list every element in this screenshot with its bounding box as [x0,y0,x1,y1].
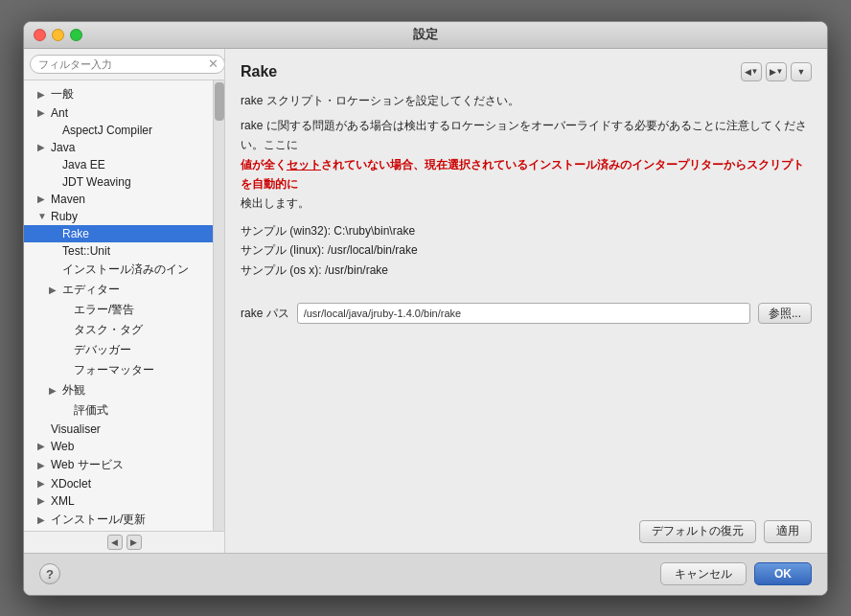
sidebar-item-editor[interactable]: ▶エディター [24,280,213,300]
tree-arrow-icon: ▶ [37,514,49,525]
sidebar-item-label: Java [51,141,75,154]
sidebar-item-install[interactable]: ▶インストール/更新 [24,510,213,530]
sidebar-item-tasktag[interactable]: タスク・タグ [24,320,213,340]
tree-arrow-icon: ▶ [37,194,49,204]
sidebar-item-label: デバッガー [74,342,131,358]
forward-dropdown-icon: ▼ [776,67,784,76]
bottom-buttons-row: デフォルトの復元 適用 [241,520,812,543]
nav-dropdown-button[interactable]: ▼ [791,62,812,81]
filter-clear-icon[interactable]: ✕ [208,57,218,71]
sample-osx: サンプル (os x): /usr/bin/rake [241,261,812,280]
sidebar-scroll-arrows: ◀ ▶ [24,531,224,553]
sidebar-item-label: JDT Weaving [62,175,131,189]
sidebar-item-appearance[interactable]: ▶外観 [24,380,213,400]
filter-input[interactable] [30,55,225,74]
tree-arrow-icon: ▶ [49,285,60,295]
settings-window: 設定 ✕ ▶一般▶AntAspectJ Compiler▶JavaJava EE… [23,21,828,596]
sidebar-item-label: Java EE [62,158,105,171]
window-title: 設定 [413,26,438,43]
browse-button[interactable]: 参照... [758,303,812,324]
sidebar-item-aspectj[interactable]: AspectJ Compiler [24,122,213,139]
sidebar-item-rake[interactable]: Rake [24,225,213,242]
window-controls [34,29,82,41]
dropdown-icon: ▼ [797,67,806,77]
sidebar-item-label: エディター [62,282,120,298]
help-button[interactable]: ? [39,563,60,584]
filter-bar: ✕ [24,49,224,80]
sample-linux: サンプル (linux): /usr/local/bin/rake [241,240,812,260]
back-icon: ◀ [745,67,751,77]
sidebar-item-visualiser[interactable]: Visualiser [24,421,213,438]
sidebar-item-label: Rake [62,227,89,240]
sidebar-item-label: XDoclet [51,477,91,491]
sidebar-scrollbar[interactable] [213,80,224,531]
back-button[interactable]: ◀ ▼ [741,62,762,81]
tree-arrow-icon: ▶ [37,89,49,100]
sidebar-item-javaee[interactable]: Java EE [24,156,213,173]
main-content: ✕ ▶一般▶AntAspectJ Compiler▶JavaJava EEJDT… [24,49,827,553]
sidebar-tree: ▶一般▶AntAspectJ Compiler▶JavaJava EEJDT W… [24,80,213,531]
restore-defaults-button[interactable]: デフォルトの復元 [639,520,756,543]
tree-arrow-icon: ▼ [37,211,49,221]
sidebar-item-errwarning[interactable]: エラー/警告 [24,300,213,320]
cancel-button[interactable]: キャンセル [660,562,747,585]
sidebar-item-maven[interactable]: ▶Maven [24,191,213,208]
description-area: rake スクリプト・ロケーションを設定してください。 rake に関する問題が… [241,91,812,281]
sidebar-item-ruby[interactable]: ▼Ruby [24,208,213,225]
ok-button[interactable]: OK [754,562,812,585]
forward-button[interactable]: ▶ ▼ [766,62,787,81]
sidebar-item-java[interactable]: ▶Java [24,139,213,156]
sidebar-item-general[interactable]: ▶一般 [24,84,213,104]
panel-header: Rake ◀ ▼ ▶ ▼ ▼ [241,62,812,81]
close-button[interactable] [34,29,46,41]
nav-buttons: ◀ ▼ ▶ ▼ ▼ [741,62,812,81]
apply-button[interactable]: 適用 [764,520,812,543]
desc-line1: rake スクリプト・ロケーションを設定してください。 [241,91,812,110]
rake-path-input[interactable] [297,303,750,324]
desc-line2: rake に関する問題がある場合は検出するロケーションをオーバーライドする必要が… [241,116,812,155]
sidebar-item-testunit[interactable]: Test::Unit [24,242,213,260]
sidebar-scroll-container: ▶一般▶AntAspectJ Compiler▶JavaJava EEJDT W… [24,80,224,531]
sidebar-item-label: タスク・タグ [74,322,143,338]
sidebar-item-label: Ruby [51,210,78,223]
tree-arrow-icon: ▶ [37,142,49,152]
sidebar-item-label: インストール/更新 [51,512,146,528]
scroll-right-button[interactable]: ▶ [126,535,142,550]
sidebar-item-xml[interactable]: ▶XML [24,492,213,510]
sidebar: ✕ ▶一般▶AntAspectJ Compiler▶JavaJava EEJDT… [24,49,225,553]
sidebar-item-ant[interactable]: ▶Ant [24,104,213,122]
sidebar-item-label: Maven [51,193,85,206]
sidebar-item-webservice[interactable]: ▶Web サービス [24,455,213,475]
sidebar-item-label: エラー/警告 [74,302,134,318]
sidebar-item-eval[interactable]: 評価式 [24,400,213,421]
sidebar-item-jdtweaving[interactable]: JDT Weaving [24,173,213,191]
desc-line3: 値が全くセットされていない場合、現在選択されているインストール済みのインタープリ… [241,155,812,194]
sidebar-item-label: Web [51,440,74,453]
sidebar-item-label: XML [51,494,75,508]
sidebar-item-label: 外観 [62,382,85,399]
maximize-button[interactable] [70,29,82,41]
sidebar-item-label: AspectJ Compiler [62,124,152,137]
tree-arrow-icon: ▶ [37,495,49,506]
right-panel: Rake ◀ ▼ ▶ ▼ ▼ rake スクリプト・ロケーションを [225,49,827,553]
footer-right-buttons: キャンセル OK [660,562,812,585]
sample-win32: サンプル (win32): C:\ruby\bin\rake [241,221,812,240]
scroll-left-button[interactable]: ◀ [107,535,123,550]
forward-icon: ▶ [770,67,776,77]
sidebar-item-label: フォーマッター [74,362,154,378]
tree-arrow-icon: ▶ [37,441,49,451]
sidebar-item-debugger[interactable]: デバッガー [24,340,213,360]
rake-path-label: rake パス [241,306,289,322]
sidebar-item-label: インストール済みのイン [62,262,189,278]
minimize-button[interactable] [52,29,64,41]
sidebar-item-label: Web サービス [51,457,124,473]
sidebar-item-xdoclet[interactable]: ▶XDoclet [24,475,213,492]
sidebar-item-web[interactable]: ▶Web [24,438,213,455]
sidebar-item-installed[interactable]: インストール済みのイン [24,260,213,280]
titlebar: 設定 [24,22,827,49]
spacer [241,324,812,510]
sidebar-item-formatter[interactable]: フォーマッター [24,360,213,380]
tree-arrow-icon: ▶ [49,385,60,396]
sidebar-item-label: Visualiser [51,422,101,436]
tree-arrow-icon: ▶ [37,460,49,470]
